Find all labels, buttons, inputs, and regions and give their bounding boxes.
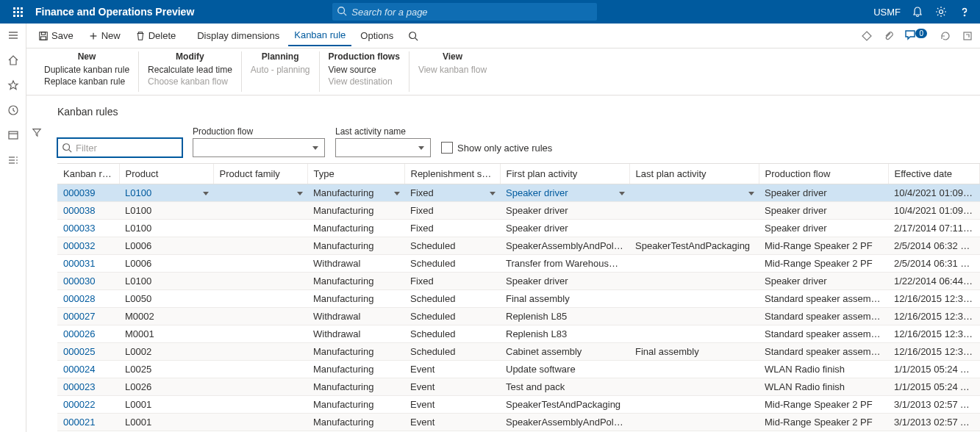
svg-point-2 [940,10,943,14]
svg-point-0 [338,7,345,14]
global-search-input[interactable] [332,3,597,21]
app-launcher-button[interactable] [6,0,29,24]
search-icon [337,6,347,16]
company-label[interactable]: USMF [873,7,901,18]
top-header: Finance and Operations Preview USMF [0,0,980,24]
waffle-icon [13,7,23,17]
help-icon[interactable] [958,5,971,18]
bell-icon[interactable] [911,5,924,18]
gear-icon[interactable] [934,5,948,18]
global-search [332,3,597,21]
header-right: USMF [873,5,974,18]
svg-point-3 [964,15,965,15]
svg-line-1 [344,13,347,16]
app-title: Finance and Operations Preview [35,6,194,18]
